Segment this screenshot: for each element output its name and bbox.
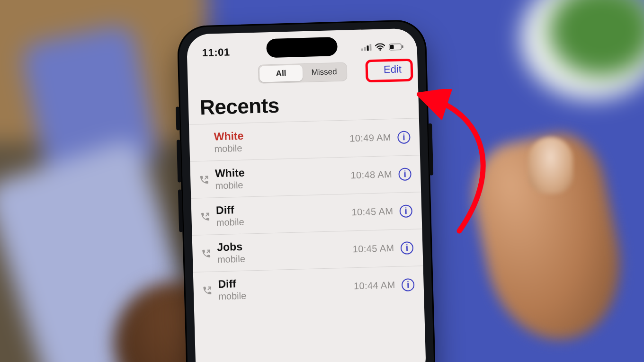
page-title: Recents (188, 81, 419, 124)
svg-text:i: i (407, 280, 410, 290)
cellular-icon (361, 44, 371, 53)
svg-text:i: i (404, 206, 407, 216)
call-contact: Diffmobile (218, 274, 354, 302)
edit-button[interactable]: Edit (378, 61, 408, 78)
call-contact: Jobsmobile (217, 237, 353, 265)
svg-rect-6 (390, 44, 394, 49)
svg-rect-7 (402, 45, 403, 48)
dynamic-island (266, 37, 338, 58)
svg-point-4 (379, 49, 381, 51)
phone-screen: 11:01 All Missed Edit Recents (187, 28, 427, 362)
info-button[interactable]: i (400, 240, 414, 255)
svg-text:i: i (406, 243, 409, 253)
info-button[interactable]: i (399, 203, 413, 218)
thumbnail (528, 137, 573, 194)
outgoing-call-icon (199, 174, 215, 185)
mute-switch (176, 106, 180, 130)
outgoing-call-icon (202, 285, 219, 296)
battery-icon (388, 43, 404, 53)
info-button[interactable]: i (401, 277, 415, 292)
call-contact: Whitemobile (214, 126, 350, 154)
call-row[interactable]: Diffmobile10:44 AMi (193, 265, 424, 309)
call-row[interactable]: Jobsmobile10:45 AMi (192, 229, 423, 272)
call-icon-slot (198, 142, 214, 143)
call-contact: Diffmobile (216, 200, 352, 228)
info-button[interactable]: i (397, 130, 411, 144)
call-row[interactable]: Whitemobile10:48 AMi (190, 155, 421, 198)
phone-frame: 11:01 All Missed Edit Recents (177, 19, 436, 362)
call-time: 10:49 AM (349, 132, 391, 144)
volume-down-button (178, 189, 183, 232)
filter-segmented[interactable]: All Missed (258, 62, 348, 83)
svg-text:i: i (402, 132, 405, 142)
tab-all[interactable]: All (259, 65, 303, 82)
volume-up-button (177, 140, 182, 182)
call-time: 10:48 AM (350, 169, 392, 181)
call-row[interactable]: Diffmobile10:45 AMi (191, 192, 422, 235)
status-time: 11:01 (202, 46, 230, 59)
svg-rect-0 (361, 49, 363, 51)
call-time: 10:45 AM (352, 243, 394, 255)
wifi-icon (375, 43, 385, 53)
tab-missed[interactable]: Missed (303, 64, 346, 81)
outgoing-call-icon (200, 211, 216, 222)
recents-list[interactable]: Whitemobile10:49 AMiWhitemobile10:48 AMi… (189, 118, 424, 309)
outgoing-call-icon (201, 248, 217, 259)
svg-rect-2 (367, 45, 369, 51)
svg-rect-3 (369, 44, 371, 51)
svg-text:i: i (403, 169, 406, 179)
call-time: 10:44 AM (354, 280, 395, 291)
call-time: 10:45 AM (351, 206, 393, 218)
svg-rect-1 (364, 47, 366, 51)
call-contact: Whitemobile (215, 163, 351, 191)
info-button[interactable]: i (398, 167, 412, 181)
call-row[interactable]: Whitemobile10:49 AMi (189, 118, 420, 161)
